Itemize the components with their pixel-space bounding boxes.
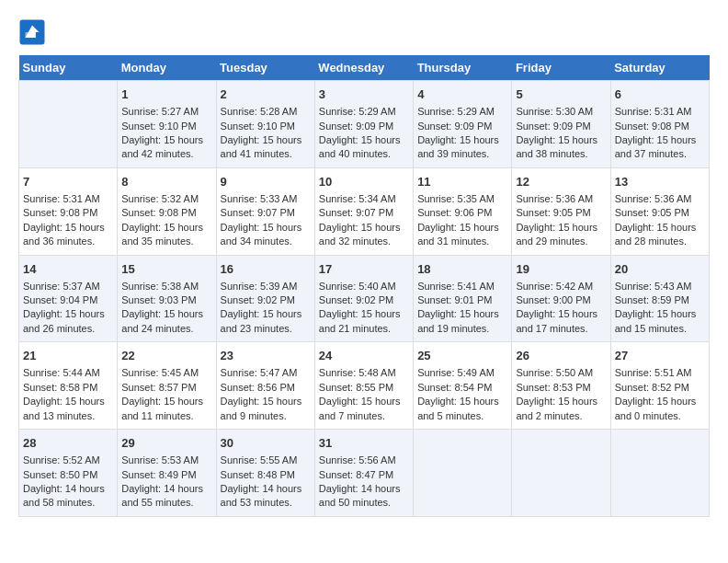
calendar-cell: 23Sunrise: 5:47 AM Sunset: 8:56 PM Dayli… xyxy=(216,342,314,430)
day-number: 30 xyxy=(221,435,311,452)
calendar-cell: 1Sunrise: 5:27 AM Sunset: 9:10 PM Daylig… xyxy=(118,81,216,168)
cell-content: Sunrise: 5:51 AM Sunset: 8:52 PM Dayligh… xyxy=(615,366,705,423)
calendar-cell: 16Sunrise: 5:39 AM Sunset: 9:02 PM Dayli… xyxy=(216,255,314,342)
cell-content: Sunrise: 5:56 AM Sunset: 8:47 PM Dayligh… xyxy=(319,454,409,511)
cell-content: Sunrise: 5:33 AM Sunset: 9:07 PM Dayligh… xyxy=(221,192,311,249)
day-number: 18 xyxy=(417,261,507,278)
day-number: 8 xyxy=(121,174,211,190)
day-number: 7 xyxy=(23,174,113,190)
cell-content: Sunrise: 5:29 AM Sunset: 9:09 PM Dayligh… xyxy=(319,105,409,162)
cell-content: Sunrise: 5:55 AM Sunset: 8:48 PM Dayligh… xyxy=(221,454,311,511)
day-number: 19 xyxy=(516,261,606,278)
calendar-header-row: SundayMondayTuesdayWednesdayThursdayFrid… xyxy=(19,55,710,81)
calendar-cell xyxy=(19,81,118,168)
calendar-cell: 19Sunrise: 5:42 AM Sunset: 9:00 PM Dayli… xyxy=(512,255,610,342)
logo xyxy=(18,18,50,46)
calendar-cell: 30Sunrise: 5:55 AM Sunset: 8:48 PM Dayli… xyxy=(216,430,314,517)
day-number: 24 xyxy=(319,348,409,364)
calendar-table: SundayMondayTuesdayWednesdayThursdayFrid… xyxy=(18,55,710,517)
calendar-cell xyxy=(414,430,512,517)
calendar-cell: 14Sunrise: 5:37 AM Sunset: 9:04 PM Dayli… xyxy=(19,255,118,342)
day-number: 11 xyxy=(417,174,507,190)
calendar-cell: 21Sunrise: 5:44 AM Sunset: 8:58 PM Dayli… xyxy=(19,342,118,430)
cell-content: Sunrise: 5:41 AM Sunset: 9:01 PM Dayligh… xyxy=(417,280,507,337)
calendar-cell: 4Sunrise: 5:29 AM Sunset: 9:09 PM Daylig… xyxy=(414,81,512,168)
calendar-cell: 10Sunrise: 5:34 AM Sunset: 9:07 PM Dayli… xyxy=(314,167,413,255)
calendar-cell: 5Sunrise: 5:30 AM Sunset: 9:09 PM Daylig… xyxy=(512,81,610,168)
day-number: 21 xyxy=(23,348,113,364)
calendar-cell: 9Sunrise: 5:33 AM Sunset: 9:07 PM Daylig… xyxy=(216,167,314,255)
calendar-cell: 25Sunrise: 5:49 AM Sunset: 8:54 PM Dayli… xyxy=(414,342,512,430)
calendar-cell: 2Sunrise: 5:28 AM Sunset: 9:10 PM Daylig… xyxy=(216,81,314,168)
cell-content: Sunrise: 5:40 AM Sunset: 9:02 PM Dayligh… xyxy=(319,280,409,337)
logo-icon xyxy=(18,18,46,46)
cell-content: Sunrise: 5:47 AM Sunset: 8:56 PM Dayligh… xyxy=(221,366,311,423)
week-row-5: 28Sunrise: 5:52 AM Sunset: 8:50 PM Dayli… xyxy=(19,430,710,517)
calendar-cell: 28Sunrise: 5:52 AM Sunset: 8:50 PM Dayli… xyxy=(19,430,118,517)
day-number: 6 xyxy=(615,86,705,103)
cell-content: Sunrise: 5:28 AM Sunset: 9:10 PM Dayligh… xyxy=(221,105,311,162)
header-friday: Friday xyxy=(512,55,610,81)
cell-content: Sunrise: 5:36 AM Sunset: 9:05 PM Dayligh… xyxy=(615,192,705,249)
cell-content: Sunrise: 5:48 AM Sunset: 8:55 PM Dayligh… xyxy=(319,366,409,423)
cell-content: Sunrise: 5:39 AM Sunset: 9:02 PM Dayligh… xyxy=(221,280,311,337)
day-number: 20 xyxy=(615,261,705,278)
cell-content: Sunrise: 5:50 AM Sunset: 8:53 PM Dayligh… xyxy=(516,366,606,423)
cell-content: Sunrise: 5:45 AM Sunset: 8:57 PM Dayligh… xyxy=(121,366,211,423)
cell-content: Sunrise: 5:53 AM Sunset: 8:49 PM Dayligh… xyxy=(121,454,211,511)
cell-content: Sunrise: 5:49 AM Sunset: 8:54 PM Dayligh… xyxy=(417,366,507,423)
header-sunday: Sunday xyxy=(19,55,118,81)
week-row-4: 21Sunrise: 5:44 AM Sunset: 8:58 PM Dayli… xyxy=(19,342,710,430)
day-number: 13 xyxy=(615,174,705,190)
svg-rect-2 xyxy=(26,32,36,38)
header-tuesday: Tuesday xyxy=(216,55,314,81)
week-row-2: 7Sunrise: 5:31 AM Sunset: 9:08 PM Daylig… xyxy=(19,167,710,255)
day-number: 14 xyxy=(23,261,113,278)
day-number: 15 xyxy=(121,261,211,278)
day-number: 9 xyxy=(221,174,311,190)
cell-content: Sunrise: 5:43 AM Sunset: 8:59 PM Dayligh… xyxy=(615,280,705,337)
calendar-cell: 20Sunrise: 5:43 AM Sunset: 8:59 PM Dayli… xyxy=(610,255,709,342)
cell-content: Sunrise: 5:44 AM Sunset: 8:58 PM Dayligh… xyxy=(23,366,113,423)
cell-content: Sunrise: 5:38 AM Sunset: 9:03 PM Dayligh… xyxy=(121,280,211,337)
calendar-cell: 3Sunrise: 5:29 AM Sunset: 9:09 PM Daylig… xyxy=(314,81,413,168)
day-number: 5 xyxy=(516,86,606,103)
cell-content: Sunrise: 5:27 AM Sunset: 9:10 PM Dayligh… xyxy=(121,105,211,162)
day-number: 4 xyxy=(417,86,507,103)
day-number: 12 xyxy=(516,174,606,190)
cell-content: Sunrise: 5:34 AM Sunset: 9:07 PM Dayligh… xyxy=(319,192,409,249)
header-monday: Monday xyxy=(118,55,216,81)
day-number: 28 xyxy=(23,435,113,452)
day-number: 17 xyxy=(319,261,409,278)
day-number: 29 xyxy=(121,435,211,452)
calendar-cell: 26Sunrise: 5:50 AM Sunset: 8:53 PM Dayli… xyxy=(512,342,610,430)
day-number: 22 xyxy=(121,348,211,364)
calendar-cell: 13Sunrise: 5:36 AM Sunset: 9:05 PM Dayli… xyxy=(610,167,709,255)
day-number: 27 xyxy=(615,348,705,364)
calendar-cell: 24Sunrise: 5:48 AM Sunset: 8:55 PM Dayli… xyxy=(314,342,413,430)
calendar-cell: 8Sunrise: 5:32 AM Sunset: 9:08 PM Daylig… xyxy=(118,167,216,255)
calendar-cell: 22Sunrise: 5:45 AM Sunset: 8:57 PM Dayli… xyxy=(118,342,216,430)
calendar-cell: 17Sunrise: 5:40 AM Sunset: 9:02 PM Dayli… xyxy=(314,255,413,342)
header-saturday: Saturday xyxy=(610,55,709,81)
calendar-cell: 29Sunrise: 5:53 AM Sunset: 8:49 PM Dayli… xyxy=(118,430,216,517)
cell-content: Sunrise: 5:31 AM Sunset: 9:08 PM Dayligh… xyxy=(23,192,113,249)
calendar-cell: 7Sunrise: 5:31 AM Sunset: 9:08 PM Daylig… xyxy=(19,167,118,255)
cell-content: Sunrise: 5:37 AM Sunset: 9:04 PM Dayligh… xyxy=(23,280,113,337)
cell-content: Sunrise: 5:42 AM Sunset: 9:00 PM Dayligh… xyxy=(516,280,606,337)
calendar-cell: 31Sunrise: 5:56 AM Sunset: 8:47 PM Dayli… xyxy=(314,430,413,517)
calendar-cell: 27Sunrise: 5:51 AM Sunset: 8:52 PM Dayli… xyxy=(610,342,709,430)
cell-content: Sunrise: 5:31 AM Sunset: 9:08 PM Dayligh… xyxy=(615,105,705,162)
cell-content: Sunrise: 5:36 AM Sunset: 9:05 PM Dayligh… xyxy=(516,192,606,249)
calendar-cell: 15Sunrise: 5:38 AM Sunset: 9:03 PM Dayli… xyxy=(118,255,216,342)
calendar-cell: 18Sunrise: 5:41 AM Sunset: 9:01 PM Dayli… xyxy=(414,255,512,342)
day-number: 31 xyxy=(319,435,409,452)
calendar-cell xyxy=(512,430,610,517)
calendar-cell: 6Sunrise: 5:31 AM Sunset: 9:08 PM Daylig… xyxy=(610,81,709,168)
header-wednesday: Wednesday xyxy=(314,55,413,81)
calendar-cell xyxy=(610,430,709,517)
day-number: 2 xyxy=(221,86,311,103)
day-number: 1 xyxy=(121,86,211,103)
calendar-cell: 12Sunrise: 5:36 AM Sunset: 9:05 PM Dayli… xyxy=(512,167,610,255)
cell-content: Sunrise: 5:52 AM Sunset: 8:50 PM Dayligh… xyxy=(23,454,113,511)
